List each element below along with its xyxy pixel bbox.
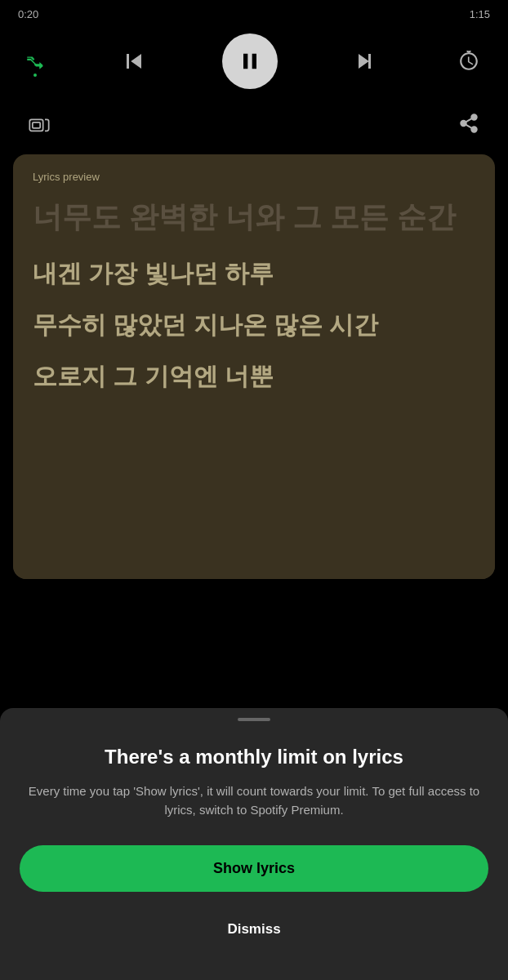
dismiss-button[interactable]: Dismiss <box>20 911 488 947</box>
share-button[interactable] <box>454 109 483 138</box>
sheet-title: There's a monthly limit on lyrics <box>20 744 488 769</box>
lyric-line-4: 오로지 그 기억엔 너뿐 <box>33 360 475 392</box>
svg-line-8 <box>466 118 471 122</box>
bottom-sheet: There's a monthly limit on lyrics Every … <box>0 708 508 980</box>
svg-point-6 <box>471 127 477 132</box>
next-button[interactable] <box>351 47 381 76</box>
lyrics-preview-card: Lyrics preview 너무도 완벽한 너와 그 모든 순간 내겐 가장 … <box>13 154 495 579</box>
show-lyrics-button[interactable]: Show lyrics <box>20 845 488 892</box>
lyrics-preview-label: Lyrics preview <box>33 171 475 183</box>
pause-button[interactable] <box>222 33 278 89</box>
sheet-handle <box>238 718 270 721</box>
svg-rect-2 <box>29 119 42 131</box>
lyric-line-2: 내겐 가장 빛나던 하루 <box>33 257 475 289</box>
shuffle-button[interactable] <box>25 51 46 72</box>
connect-device-button[interactable] <box>25 109 54 138</box>
svg-point-4 <box>471 114 477 120</box>
svg-line-1 <box>469 51 470 52</box>
sleep-timer-button[interactable] <box>454 47 483 76</box>
lyric-line-1: 너무도 완벽한 너와 그 모든 순간 <box>33 199 475 234</box>
svg-rect-3 <box>33 122 40 128</box>
previous-button[interactable] <box>119 47 149 76</box>
svg-point-5 <box>461 121 466 127</box>
time-elapsed: 0:20 <box>18 8 38 20</box>
lyric-line-3: 무수히 많았던 지나온 많은 시간 <box>33 309 475 341</box>
time-remaining: 1:15 <box>470 8 490 20</box>
sheet-description: Every time you tap 'Show lyrics', it wil… <box>20 782 488 819</box>
svg-line-7 <box>466 125 471 128</box>
